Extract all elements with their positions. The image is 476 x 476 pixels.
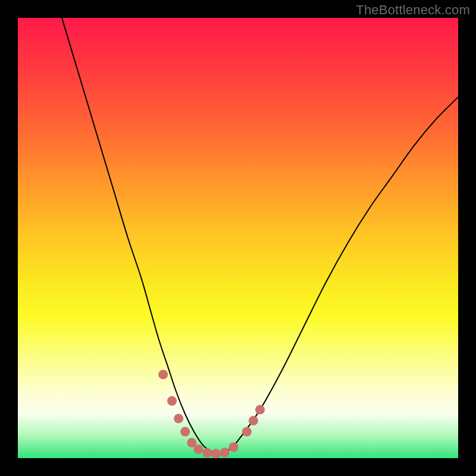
data-marker bbox=[167, 396, 177, 406]
data-marker bbox=[249, 416, 258, 425]
data-marker bbox=[193, 444, 203, 454]
plot-area bbox=[18, 18, 458, 458]
data-marker bbox=[202, 448, 212, 458]
marker-group bbox=[158, 369, 265, 458]
data-marker bbox=[180, 427, 190, 437]
curve-svg bbox=[18, 18, 458, 458]
data-marker bbox=[174, 414, 183, 423]
data-marker bbox=[211, 449, 221, 458]
data-marker bbox=[229, 443, 239, 452]
data-marker bbox=[255, 405, 265, 415]
data-marker bbox=[158, 369, 168, 379]
data-marker bbox=[242, 427, 252, 437]
data-marker bbox=[220, 447, 230, 457]
bottleneck-curve bbox=[62, 18, 458, 454]
watermark-text: TheBottleneck.com bbox=[356, 2, 470, 18]
chart-frame: TheBottleneck.com bbox=[0, 0, 476, 476]
